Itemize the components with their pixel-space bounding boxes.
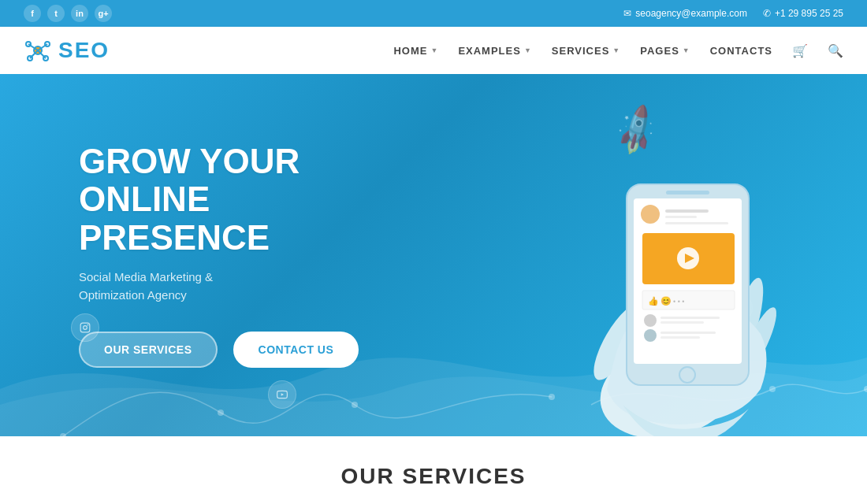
- phone-number: +1 29 895 25 25: [775, 8, 843, 19]
- logo-text: SEO: [58, 38, 110, 63]
- nav-services-label: SERVICES: [552, 45, 610, 57]
- svg-rect-41: [660, 317, 720, 319]
- svg-point-11: [352, 402, 358, 408]
- logo[interactable]: SEO: [24, 36, 110, 65]
- svg-rect-42: [660, 321, 704, 324]
- navbar: SEO HOME ▼ EXAMPLES ▼ SERVICES ▼ PAGES ▼…: [0, 27, 867, 74]
- svg-point-43: [644, 329, 657, 342]
- email-address: seoagency@example.com: [635, 8, 747, 19]
- email-contact: ✉ seoagency@example.com: [623, 8, 747, 19]
- nav-services-arrow: ▼: [612, 46, 620, 54]
- svg-text:• • •: • • •: [673, 298, 684, 306]
- phone-illustration: 👍 😊 • • •: [434, 82, 828, 436]
- svg-point-10: [218, 410, 224, 416]
- nav-home-arrow: ▼: [430, 46, 438, 54]
- nav-services[interactable]: SERVICES ▼: [552, 45, 620, 57]
- twitter-icon[interactable]: t: [47, 5, 65, 22]
- nav-pages[interactable]: PAGES ▼: [640, 45, 690, 57]
- svg-point-29: [641, 205, 660, 224]
- top-bar: f t in g+ ✉ seoagency@example.com ✆ +1 2…: [0, 0, 867, 27]
- hero-section: 🚀 GROW YOUR ONLINE PRESENCE Social Media…: [0, 74, 867, 436]
- contact-info: ✉ seoagency@example.com ✆ +1 29 895 25 2…: [623, 8, 843, 19]
- services-button[interactable]: Our Services: [79, 332, 218, 368]
- linkedin-icon[interactable]: in: [71, 5, 88, 22]
- nav-contacts[interactable]: CONTACTS: [710, 45, 772, 57]
- nav-home-label: HOME: [393, 45, 427, 57]
- googleplus-icon[interactable]: g+: [95, 5, 112, 22]
- nav-examples[interactable]: EXAMPLES ▼: [458, 45, 531, 57]
- phone-hand-svg: 👍 😊 • • •: [481, 98, 812, 436]
- nav-contacts-label: CONTACTS: [710, 45, 772, 57]
- svg-marker-18: [281, 393, 284, 396]
- facebook-icon[interactable]: f: [24, 5, 41, 22]
- hero-buttons: Our Services Contact Us: [79, 332, 410, 368]
- hero-subtitle: Social Media Marketing &Optimization Age…: [79, 269, 410, 304]
- cart-icon[interactable]: 🛒: [792, 43, 808, 58]
- services-section: OUR SERVICES: [0, 436, 867, 504]
- nav-examples-arrow: ▼: [524, 46, 532, 54]
- nav-pages-arrow: ▼: [683, 46, 690, 54]
- social-icons: f t in g+: [24, 5, 112, 22]
- nav-examples-label: EXAMPLES: [458, 45, 521, 57]
- hero-content: GROW YOUR ONLINE PRESENCE Social Media M…: [79, 143, 410, 368]
- nav-links: HOME ▼ EXAMPLES ▼ SERVICES ▼ PAGES ▼ CON…: [393, 43, 843, 58]
- contact-button[interactable]: Contact Us: [233, 332, 359, 368]
- svg-rect-44: [660, 332, 716, 334]
- svg-text:👍: 👍: [648, 295, 659, 306]
- svg-point-40: [644, 314, 657, 327]
- search-icon[interactable]: 🔍: [828, 43, 843, 58]
- logo-icon: [24, 36, 52, 65]
- svg-rect-32: [665, 222, 728, 224]
- hero-title: GROW YOUR ONLINE PRESENCE: [79, 143, 410, 257]
- svg-rect-30: [665, 209, 709, 213]
- svg-text:😊: 😊: [660, 295, 672, 306]
- deco-youtube-dot: [268, 380, 296, 409]
- svg-rect-27: [666, 191, 709, 195]
- svg-rect-45: [660, 336, 700, 339]
- svg-rect-31: [665, 216, 697, 218]
- phone-icon: ✆: [763, 8, 771, 19]
- nav-pages-label: PAGES: [640, 45, 679, 57]
- phone-contact: ✆ +1 29 895 25 25: [763, 8, 843, 19]
- nav-home[interactable]: HOME ▼: [393, 45, 438, 57]
- email-icon: ✉: [623, 8, 631, 19]
- services-title: OUR SERVICES: [24, 464, 843, 489]
